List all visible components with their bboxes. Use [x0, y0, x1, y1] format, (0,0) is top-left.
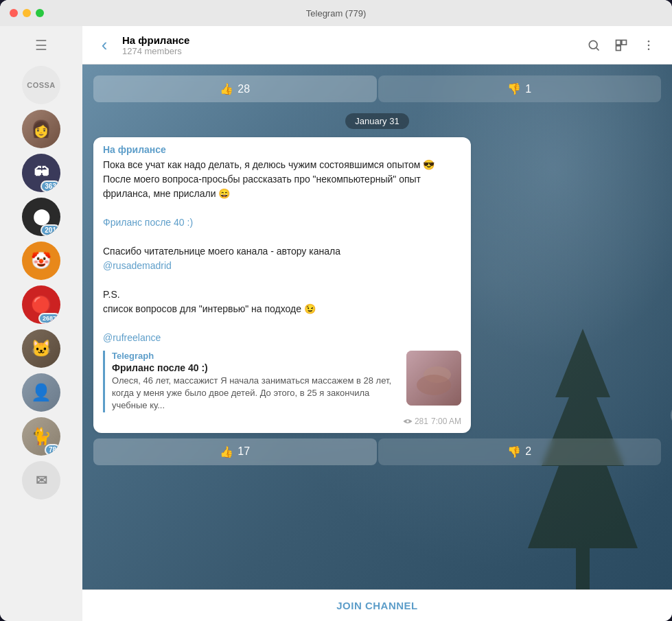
- svg-line-1: [596, 47, 599, 50]
- svg-point-12: [417, 375, 451, 395]
- message-views: 281: [403, 417, 428, 426]
- like-button-2[interactable]: 👍 17: [93, 438, 377, 465]
- rufreelance-link[interactable]: @rufreelance: [103, 332, 161, 343]
- window-title: Telegram (779): [306, 8, 366, 19]
- svg-point-5: [648, 40, 650, 42]
- message-text: Пока все учат как надо делать, я делюсь …: [103, 158, 461, 345]
- svg-rect-2: [616, 40, 621, 45]
- view-toggle-button[interactable]: [609, 33, 634, 58]
- maximize-button[interactable]: [36, 9, 44, 17]
- svg-point-0: [589, 40, 597, 49]
- dislike-count-2: 2: [525, 445, 531, 458]
- date-separator: January 31: [93, 113, 661, 129]
- preview-text: Олеся, 46 лет, массажист Я начала занима…: [112, 375, 399, 412]
- dislike-button-1[interactable]: 👎 1: [378, 75, 662, 102]
- preview-card[interactable]: Telegraph Фриланс после 40 :) Олеся, 46 …: [103, 351, 461, 412]
- chat-header: ‹ На фрилансе 1274 members: [82, 26, 672, 65]
- message-container: На фрилансе Пока все учат как надо делат…: [93, 137, 661, 433]
- sidebar-item-mail[interactable]: ✉: [22, 461, 60, 500]
- sidebar-item-circle[interactable]: ⬤ 201: [22, 198, 60, 236]
- message-author: На фрилансе: [103, 144, 461, 155]
- traffic-lights: [10, 9, 44, 17]
- sidebar-item-orange[interactable]: 🤡: [22, 242, 60, 280]
- sidebar-item-cossa[interactable]: COSSA: [22, 66, 60, 104]
- ps-text: список вопросов для "интервью" на подход…: [103, 303, 316, 314]
- preview-title: Фриланс после 40 :): [112, 362, 399, 373]
- svg-rect-3: [622, 40, 627, 45]
- sidebar-item-red[interactable]: 🔴 2687: [22, 285, 60, 324]
- svg-rect-4: [616, 45, 621, 50]
- message-footer: 281 7:00 AM: [103, 417, 461, 426]
- reaction-bar-2: 👍 17 👎 2: [93, 438, 661, 465]
- dislike-emoji-2: 👎: [507, 445, 521, 458]
- search-button[interactable]: [581, 33, 606, 58]
- like-count-1: 28: [237, 83, 250, 95]
- sidebar: ☰ COSSA 👩 🕶 363 ⬤ 201 🤡: [0, 26, 82, 621]
- sidebar-item-lady[interactable]: 👩: [22, 110, 60, 148]
- message-time: 7:00 AM: [431, 417, 461, 426]
- badge-dark: 363: [40, 180, 60, 192]
- sidebar-item-dark[interactable]: 🕶 363: [22, 154, 60, 192]
- message-thanks: Спасибо читательнице моего канала - авто…: [103, 246, 340, 257]
- badge-circle: 201: [40, 224, 60, 236]
- message-bubble: На фрилансе Пока все учат как надо делат…: [93, 137, 471, 433]
- minimize-button[interactable]: [23, 9, 31, 17]
- svg-point-6: [648, 44, 650, 46]
- preview-source: Telegraph: [112, 351, 399, 361]
- header-actions: [581, 33, 661, 58]
- preview-card-content: Telegraph Фриланс после 40 :) Олеся, 46 …: [112, 351, 399, 412]
- menu-icon[interactable]: ☰: [29, 33, 54, 58]
- dislike-count-1: 1: [525, 83, 531, 95]
- dislike-button-2[interactable]: 👎 2: [378, 438, 662, 465]
- like-emoji-2: 👍: [220, 445, 233, 458]
- channel-members: 1274 members: [122, 46, 581, 56]
- dislike-emoji-1: 👎: [507, 82, 521, 95]
- title-bar: Telegram (779): [0, 0, 672, 26]
- more-options-button[interactable]: [636, 33, 661, 58]
- freelance-link[interactable]: Фриланс после 40 :): [103, 217, 193, 228]
- reaction-bar-1: 👍 28 👎 1: [93, 75, 661, 102]
- rusademadrid-link[interactable]: @rusademadrid: [103, 260, 172, 271]
- channel-info: На фрилансе 1274 members: [122, 34, 581, 56]
- chat-area: ‹ На фрилансе 1274 members: [82, 26, 672, 621]
- main-layout: ☰ COSSA 👩 🕶 363 ⬤ 201 🤡: [0, 26, 672, 621]
- badge-red: 2687: [38, 313, 60, 324]
- close-button[interactable]: [10, 9, 18, 17]
- like-button-1[interactable]: 👍 28: [93, 75, 377, 102]
- ps-label: P.S.: [103, 289, 120, 300]
- telegram-window: Telegram (779) ☰ COSSA 👩 🕶 363 ⬤ 201: [0, 0, 672, 621]
- preview-image: [406, 351, 461, 406]
- chat-scroll[interactable]: 👍 28 👎 1 January 31: [82, 65, 672, 589]
- chat-body: 👍 28 👎 1 January 31: [82, 65, 672, 589]
- badge-kitten: 78: [45, 444, 60, 456]
- channel-name: На фрилансе: [122, 34, 581, 46]
- date-badge: January 31: [345, 113, 408, 129]
- message-line-1: Пока все учат как надо делать, я делюсь …: [103, 159, 435, 170]
- like-emoji-1: 👍: [220, 82, 233, 95]
- svg-point-7: [648, 48, 650, 50]
- join-channel-text: JOIN CHANNEL: [336, 600, 418, 611]
- like-count-2: 17: [237, 445, 250, 458]
- sidebar-item-man[interactable]: 👤: [22, 373, 60, 412]
- sidebar-item-kitten[interactable]: 🐈 78: [22, 417, 60, 456]
- message-line-2: После моего вопроса-просьбы рассказать п…: [103, 174, 421, 199]
- sidebar-item-cat[interactable]: 🐱: [22, 329, 60, 368]
- back-button[interactable]: ‹: [93, 34, 115, 56]
- join-channel-bar[interactable]: JOIN CHANNEL: [82, 589, 672, 621]
